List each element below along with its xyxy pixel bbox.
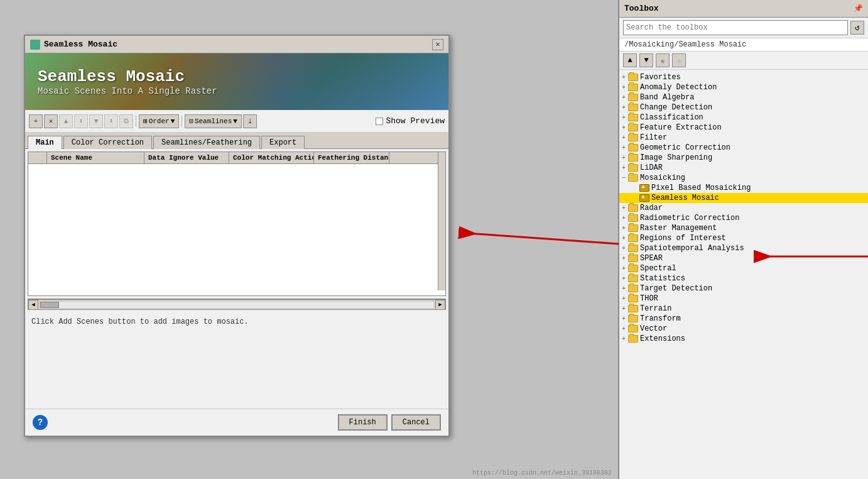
toolbox-search-row: ↺ [619, 18, 868, 38]
order-icon: ⊞ [143, 117, 148, 125]
vertical-scrollbar[interactable] [438, 152, 445, 290]
tree-label-image_sharp: Image Sharpening [640, 153, 712, 162]
search-input[interactable] [623, 20, 848, 35]
nav-forward-button[interactable]: ▼ [639, 53, 653, 67]
tree-item-spatiotemporal[interactable]: + Spatiotemporal Analysis [619, 243, 868, 253]
help-button[interactable]: ? [33, 415, 48, 430]
tab-seamlines-feathering[interactable]: Seamlines/Feathering [153, 136, 260, 149]
scroll-left-button[interactable]: ◀ [28, 300, 38, 310]
tree-label-seamless: Seamless Mosaic [651, 194, 719, 202]
dialog-app-icon [30, 40, 40, 50]
tree-item-mosaicking[interactable]: − Mosaicking [619, 173, 868, 183]
tree-label-regions: Regions of Interest [640, 234, 726, 243]
order-button[interactable]: ⊞ Order ▼ [139, 114, 179, 128]
col-header-color: Color Matching Action [229, 152, 314, 163]
svg-line-2 [458, 233, 619, 244]
folder-icon-mosaicking [628, 174, 638, 182]
tree-item-geometric[interactable]: + Geometric Correction [619, 143, 868, 153]
tree-label-favorites: Favorites [640, 73, 681, 82]
tree-item-lidar[interactable]: + LiDAR [619, 163, 868, 173]
favorite-remove-button[interactable]: ☆ [672, 53, 686, 67]
tree-item-statistics[interactable]: + Statistics [619, 273, 868, 284]
close-button[interactable]: ✕ [432, 39, 443, 50]
tree-item-pixel_mosaic[interactable]: Pixel Based Mosaicking [619, 183, 868, 193]
tree-item-feature[interactable]: + Feature Extraction [619, 123, 868, 133]
folder-icon-terrain [628, 305, 638, 312]
pin-button[interactable]: 📌 [854, 4, 863, 13]
tree-item-band[interactable]: + Band Algebra [619, 92, 868, 102]
finish-button[interactable]: Finish [338, 414, 388, 431]
tree-item-regions[interactable]: + Regions of Interest [619, 233, 868, 243]
expand-icon-regions: + [619, 235, 628, 242]
expand-icon-raster_mgmt: + [619, 225, 628, 232]
folder-icon-classification [628, 114, 638, 121]
separator2 [182, 116, 182, 127]
dialog-title: Seamless Mosaic [44, 40, 117, 49]
tree-label-lidar: LiDAR [640, 163, 663, 172]
tree-item-favorites[interactable]: + Favorites [619, 72, 868, 82]
scroll-right-button[interactable]: ▶ [435, 300, 445, 310]
tree-item-radiometric[interactable]: + Radiometric Correction [619, 213, 868, 223]
tree-item-vector[interactable]: + Vector [619, 324, 868, 334]
dialog-titlebar: Seamless Mosaic ✕ [25, 36, 448, 53]
tree-label-anomaly: Anomaly Detection [640, 83, 717, 92]
tree-item-extensions[interactable]: + Extensions [619, 334, 868, 344]
move-top-button[interactable]: ⬆ [74, 114, 88, 128]
seamlines-button[interactable]: ⊡ Seamlines ▼ [185, 114, 242, 128]
tree-item-spectral[interactable]: + Spectral [619, 263, 868, 273]
toolbox-panel: Toolbox 📌 ↺ /Mosaicking/Seamless Mosaic … [618, 0, 868, 479]
tree-label-spatiotemporal: Spatiotemporal Analysis [640, 244, 744, 253]
seamlines-dropdown-icon: ▼ [233, 118, 237, 125]
tab-color-correction[interactable]: Color Correction [63, 136, 152, 149]
folder-icon-statistics [628, 275, 638, 282]
seamlines-icon: ⊡ [189, 117, 193, 125]
expand-icon-spatiotemporal: + [619, 245, 628, 252]
tree-label-radar: Radar [640, 204, 663, 212]
col-header-feather: Feathering Distance [314, 152, 389, 163]
expand-icon-geometric: + [619, 145, 628, 151]
tree-item-anomaly[interactable]: + Anomaly Detection [619, 82, 868, 92]
tree-label-mosaicking: Mosaicking [640, 173, 685, 182]
tree-item-radar[interactable]: + Radar [619, 203, 868, 213]
export-button[interactable]: ⤓ [243, 114, 257, 128]
folder-icon-extensions [628, 335, 638, 343]
tree-item-target[interactable]: + Target Detection [619, 284, 868, 294]
remove-button[interactable]: ✕ [44, 114, 58, 128]
refresh-button[interactable]: ↺ [850, 21, 864, 35]
copy-button[interactable]: ⧉ [119, 114, 133, 128]
move-down-button[interactable]: ▼ [89, 114, 103, 128]
expand-icon-classification: + [619, 114, 628, 121]
show-preview-checkbox[interactable] [376, 118, 383, 125]
expand-icon-favorites: + [619, 74, 628, 81]
add-scenes-button[interactable]: + [29, 114, 43, 128]
folder-icon-target [628, 285, 638, 292]
nav-back-button[interactable]: ▲ [623, 53, 637, 67]
tree-label-band: Band Algebra [640, 93, 694, 102]
expand-icon-mosaicking: − [619, 175, 628, 182]
move-bottom-button[interactable]: ⬇ [104, 114, 118, 128]
tab-main[interactable]: Main [28, 136, 62, 149]
move-up-button[interactable]: ▲ [59, 114, 73, 128]
tab-export[interactable]: Export [261, 136, 305, 149]
folder-icon-thor [628, 295, 638, 302]
horizontal-scrollbar-area: ◀ ▶ [28, 299, 445, 309]
tree-item-seamless[interactable]: Seamless Mosaic [619, 193, 868, 203]
scroll-thumb[interactable] [40, 302, 59, 308]
tree-item-terrain[interactable]: + Terrain [619, 304, 868, 314]
main-dialog: Seamless Mosaic ✕ Seamless Mosaic Mosaic… [24, 35, 450, 437]
tree-item-thor[interactable]: + THOR [619, 294, 868, 304]
tree-item-raster_mgmt[interactable]: + Raster Management [619, 223, 868, 233]
tree-item-spear[interactable]: + SPEAR [619, 253, 868, 263]
tree-item-change[interactable]: + Change Detection [619, 102, 868, 113]
folder-icon-spatiotemporal [628, 245, 638, 252]
tree-item-classification[interactable]: + Classification [619, 113, 868, 123]
cancel-button[interactable]: Cancel [391, 414, 441, 431]
expand-icon-statistics: + [619, 275, 628, 282]
expand-icon-anomaly: + [619, 84, 628, 91]
expand-icon-change: + [619, 104, 628, 111]
tree-item-filter[interactable]: + Filter [619, 133, 868, 143]
tree-label-filter: Filter [640, 133, 667, 142]
tree-item-transform[interactable]: + Transform [619, 314, 868, 324]
favorite-add-button[interactable]: ★ [656, 53, 670, 67]
tree-item-image_sharp[interactable]: + Image Sharpening [619, 153, 868, 163]
